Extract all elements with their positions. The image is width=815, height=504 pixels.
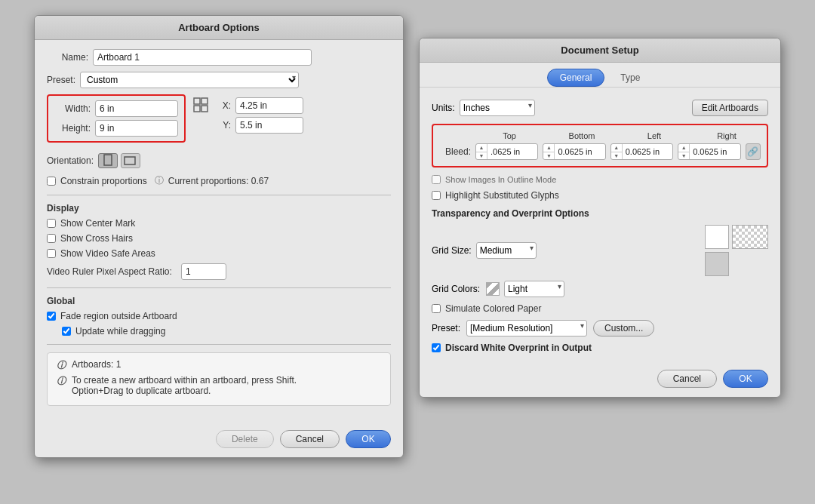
show-center-checkbox[interactable] (47, 219, 56, 228)
bleed-right-header: Right (693, 131, 761, 140)
document-setup-dialog: Document Setup General Type Units: Inche… (419, 38, 781, 398)
height-label: Height: (54, 123, 91, 134)
bleed-top-up[interactable]: ▲ (476, 143, 487, 152)
y-label: Y: (216, 120, 231, 131)
artboards-tip: To create a new artboard within an artbo… (72, 375, 297, 396)
grid-colors-select[interactable]: Light (504, 281, 564, 297)
x-label: X: (216, 100, 231, 111)
artboard-cancel-button[interactable]: Cancel (280, 430, 340, 448)
fade-region-checkbox[interactable] (47, 312, 56, 321)
video-ruler-input[interactable] (181, 263, 226, 280)
edit-artboards-button[interactable]: Edit Artboards (692, 100, 768, 116)
bleed-bottom-down[interactable]: ▼ (543, 152, 554, 161)
update-dragging-label: Update while dragging (75, 326, 165, 337)
tab-general[interactable]: General (547, 69, 605, 87)
show-cross-checkbox[interactable] (47, 234, 56, 243)
bleed-top-input[interactable]: ▲ ▼ .0625 in (475, 143, 538, 160)
artboard-options-dialog: Artboard Options Name: Preset: Custom (34, 15, 404, 458)
orientation-label: Orientation: (47, 155, 94, 166)
custom-button[interactable]: Custom... (593, 320, 654, 337)
svg-rect-3 (201, 106, 208, 112)
constrain-proportions-checkbox[interactable] (47, 177, 56, 186)
svg-rect-0 (194, 98, 200, 104)
delete-button[interactable]: Delete (216, 430, 274, 448)
bleed-link-icon[interactable]: 🔗 (746, 143, 761, 160)
artboards-count: Artboards: 1 (72, 359, 121, 370)
bleed-left-header: Left (620, 131, 688, 140)
bleed-bottom-input[interactable]: ▲ ▼ 0.0625 in (543, 143, 605, 160)
dimensions-highlight-box: Width: Height: (47, 94, 186, 143)
bleed-right-down[interactable]: ▼ (678, 152, 689, 161)
simulate-paper-label: Simulate Colored Paper (445, 303, 541, 314)
bleed-section: Top Bottom Left Right Bleed: ▲ ▼ .0625 i… (432, 124, 768, 167)
update-dragging-checkbox[interactable] (62, 327, 71, 336)
discard-overprint-checkbox[interactable] (432, 343, 441, 352)
bleed-right-input[interactable]: ▲ ▼ 0.0625 in (678, 143, 740, 160)
svg-rect-1 (201, 98, 208, 104)
bleed-top-down[interactable]: ▼ (476, 152, 487, 161)
name-label: Name: (47, 52, 88, 63)
highlight-glyphs-label: Highlight Substituted Glyphs (445, 190, 559, 201)
transparency-swatch-checker (732, 225, 768, 249)
bleed-left-down[interactable]: ▼ (611, 152, 622, 161)
artboards-info-box: ⓘ Artboards: 1 ⓘ To create a new artboar… (47, 352, 391, 406)
docsetup-buttons: Cancel OK (420, 362, 780, 397)
artboard-dialog-title: Artboard Options (35, 16, 403, 40)
bleed-left-input[interactable]: ▲ ▼ 0.0625 in (610, 143, 673, 160)
simulate-paper-checkbox[interactable] (432, 304, 441, 313)
bleed-left-value: 0.0625 in (623, 147, 672, 156)
width-input[interactable] (95, 100, 178, 117)
grid-link-icon[interactable] (193, 97, 208, 112)
preset-select[interactable]: Custom (80, 72, 299, 88)
bleed-bottom-header: Bottom (548, 131, 616, 140)
x-input[interactable] (235, 97, 303, 114)
bleed-label: Bleed: (439, 146, 471, 157)
info-icon-proportions: ⓘ (155, 174, 164, 187)
units-label: Units: (432, 103, 455, 113)
highlight-glyphs-checkbox[interactable] (432, 191, 441, 200)
outline-mode-checkbox[interactable] (432, 175, 441, 184)
height-input[interactable] (95, 120, 178, 137)
units-select[interactable]: Inches (460, 100, 535, 116)
grid-size-label: Grid Size: (432, 245, 472, 256)
width-label: Width: (54, 103, 91, 114)
outline-mode-label: Show Images In Outline Mode (445, 175, 556, 184)
ds-preset-select[interactable]: [Medium Resolution] (466, 320, 587, 337)
docsetup-dialog-title: Document Setup (420, 38, 780, 63)
info-icon-tip: ⓘ (57, 375, 67, 388)
name-input[interactable] (93, 49, 312, 66)
bleed-bottom-value: 0.0625 in (555, 147, 604, 156)
portrait-orientation-btn[interactable] (98, 153, 118, 168)
docsetup-ok-button[interactable]: OK (723, 370, 768, 388)
tab-type[interactable]: Type (607, 69, 653, 87)
proportions-value: Current proportions: 0.67 (168, 176, 269, 186)
outline-mode-row: Show Images In Outline Mode (432, 175, 768, 184)
transparency-swatch-gray (705, 252, 729, 276)
bleed-right-value: 0.0625 in (690, 147, 740, 156)
preset-label: Preset: (47, 75, 75, 85)
docsetup-cancel-button[interactable]: Cancel (657, 370, 717, 388)
transparency-header: Transparency and Overprint Options (432, 208, 768, 219)
artboard-buttons: Delete Cancel OK (35, 423, 403, 457)
video-ruler-label: Video Ruler Pixel Aspect Ratio: (47, 266, 172, 277)
docsetup-tabs: General Type (420, 63, 780, 88)
show-center-label: Show Center Mark (60, 218, 135, 229)
grid-size-select[interactable]: Medium (476, 242, 537, 259)
y-input[interactable] (235, 117, 303, 134)
landscape-orientation-btn[interactable] (121, 153, 140, 168)
artboard-ok-button[interactable]: OK (346, 430, 391, 448)
show-video-checkbox[interactable] (47, 249, 56, 258)
discard-overprint-label: Discard White Overprint in Output (445, 343, 592, 353)
show-video-label: Show Video Safe Areas (60, 248, 155, 259)
show-cross-label: Show Cross Hairs (60, 233, 133, 244)
bleed-right-up[interactable]: ▲ (678, 143, 689, 152)
grid-colors-icon (486, 282, 500, 296)
grid-colors-label: Grid Colors: (432, 284, 480, 294)
svg-rect-2 (194, 106, 200, 112)
bleed-left-up[interactable]: ▲ (611, 143, 622, 152)
svg-rect-5 (125, 157, 135, 164)
bleed-bottom-up[interactable]: ▲ (543, 143, 554, 152)
bleed-top-value: .0625 in (487, 147, 537, 156)
ds-preset-label: Preset: (432, 323, 460, 333)
constrain-label: Constrain proportions (60, 176, 147, 186)
